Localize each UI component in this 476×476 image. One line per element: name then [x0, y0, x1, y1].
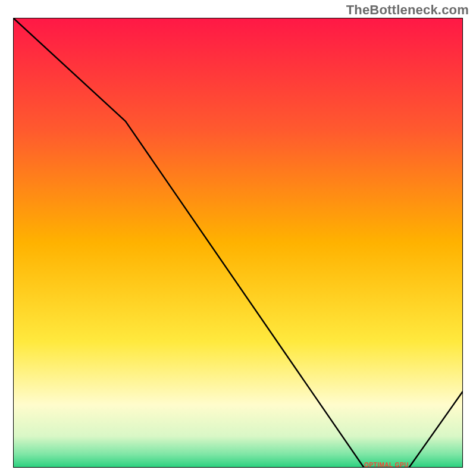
chart-svg [13, 18, 463, 468]
gradient-background [13, 18, 463, 468]
optimal-gpu-label: OPTIMAL GPU [364, 462, 409, 468]
chart-stage: TheBottleneck.com OPTIMAL GPU [0, 0, 476, 476]
plot-area: OPTIMAL GPU [13, 18, 463, 468]
watermark-text: TheBottleneck.com [346, 2, 469, 18]
